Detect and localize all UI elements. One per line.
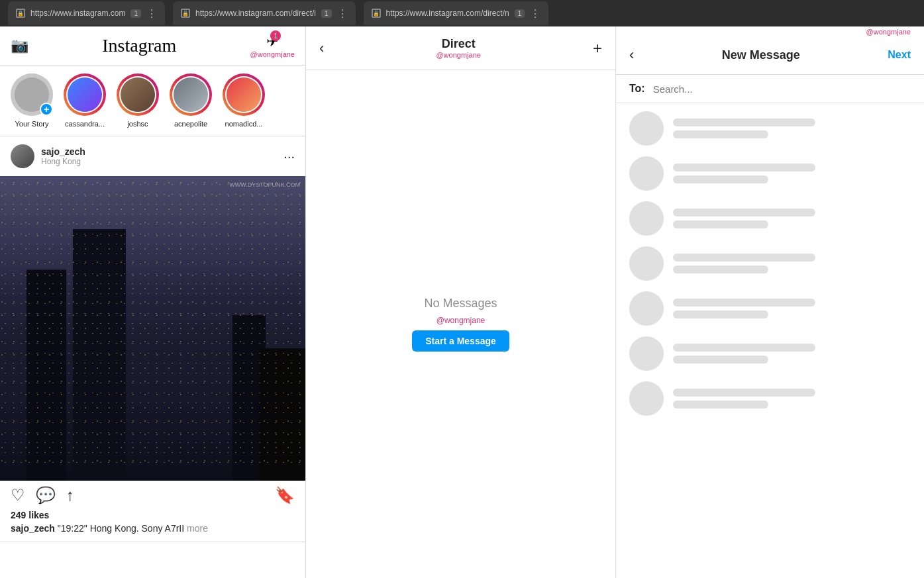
post-likes: 249 likes: [0, 510, 305, 523]
skeleton-avatar-2: [629, 156, 664, 191]
skeleton-avatar-5: [629, 291, 664, 326]
stories-row: + Your Story cassandra...: [0, 66, 305, 136]
post-caption-username[interactable]: sajo_zech: [11, 523, 55, 534]
new-msg-top-username: @wongmjane: [866, 28, 911, 36]
browser-tabs: 🔒 https://www.instagram.com 1 ⋮ 🔒 https:…: [0, 0, 924, 26]
skeleton-item-6: [629, 336, 911, 371]
nomadicd-label: nomadicd...: [225, 120, 263, 128]
post-caption-text: "19:22" Hong Kong. Sony A7rII: [55, 523, 184, 534]
skeleton-line-4a: [673, 254, 815, 262]
skeleton-line-3a: [673, 209, 815, 217]
skeleton-avatar-4: [629, 246, 664, 281]
skeleton-avatar-3: [629, 201, 664, 236]
feed-header: 📷 Instagram ✈ 1 @wongmjane: [0, 26, 305, 66]
add-story-button[interactable]: +: [40, 103, 53, 116]
tab-3-url: https://www.instagram.com/direct/n: [386, 9, 509, 18]
skeleton-item-1: [629, 111, 911, 146]
tab-3-count: 1: [515, 9, 525, 18]
new-msg-title: New Message: [642, 48, 880, 62]
skeleton-lines-4: [673, 254, 911, 273]
like-icon[interactable]: ♡: [11, 486, 25, 505]
skeleton-line-1a: [673, 119, 815, 126]
skeleton-lines-5: [673, 299, 911, 318]
joshsc-label: joshsc: [127, 120, 148, 128]
feed-username: @wongmjane: [250, 50, 295, 58]
tab-1-menu[interactable]: ⋮: [146, 7, 157, 20]
post-user-info: sajo_zech Hong Kong: [41, 146, 277, 166]
new-msg-next-button[interactable]: Next: [888, 49, 911, 61]
tab-2[interactable]: 🔒 https://www.instagram.com/direct/i 1 ⋮: [173, 1, 356, 25]
nomadicd-ring-inner: [225, 76, 262, 113]
direct-panel: ‹ Direct @wongmjane + No Messages @wongm…: [306, 26, 616, 578]
dm-icon-wrap[interactable]: ✈ 1: [266, 33, 278, 50]
start-message-button[interactable]: Start a Message: [412, 330, 509, 352]
skeleton-user-list: [616, 103, 924, 424]
skeleton-line-5b: [673, 311, 768, 318]
direct-header-center: Direct @wongmjane: [436, 37, 480, 59]
cassandra-label: cassandra...: [65, 120, 105, 128]
share-icon[interactable]: ↑: [66, 486, 74, 505]
tab-3[interactable]: 🔒 https://www.instagram.com/direct/n 1 ⋮: [364, 1, 549, 25]
post-username[interactable]: sajo_zech: [41, 146, 277, 157]
tab-2-url: https://www.instagram.com/direct/i: [195, 9, 316, 18]
skeleton-avatar-6: [629, 336, 664, 371]
cassandra-avatar: [68, 77, 102, 112]
skeleton-item-7: [629, 381, 911, 416]
to-row: To:: [616, 75, 924, 103]
story-your-story[interactable]: + Your Story: [11, 73, 53, 128]
skeleton-line-5a: [673, 299, 815, 307]
skeleton-lines-2: [673, 164, 911, 183]
lock-icon-3: 🔒: [372, 9, 381, 18]
new-message-header: ‹ New Message Next: [616, 36, 924, 75]
search-input[interactable]: [653, 83, 911, 95]
tab-1[interactable]: 🔒 https://www.instagram.com 1 ⋮: [8, 1, 165, 25]
post-watermark: WWW.DYSTOPUNK.COM: [229, 181, 300, 188]
dm-badge: 1: [270, 30, 281, 41]
story-nomadicd[interactable]: nomadicd...: [223, 73, 265, 128]
new-msg-top-bar: @wongmjane: [616, 26, 924, 36]
bookmark-icon[interactable]: 🔖: [275, 486, 295, 505]
feed-panel: 📷 Instagram ✈ 1 @wongmjane: [0, 26, 306, 578]
camera-icon[interactable]: 📷: [11, 37, 28, 54]
post-location: Hong Kong: [41, 157, 277, 166]
skeleton-item-2: [629, 156, 911, 191]
comment-icon[interactable]: 💬: [36, 486, 56, 505]
post-caption: sajo_zech "19:22" Hong Kong. Sony A7rII …: [0, 523, 305, 542]
new-msg-back-button[interactable]: ‹: [629, 46, 634, 64]
tab-2-menu[interactable]: ⋮: [337, 7, 348, 20]
tab-1-count: 1: [130, 9, 141, 18]
tab-2-count: 1: [321, 9, 332, 18]
skeleton-item-3: [629, 201, 911, 236]
skeleton-line-7b: [673, 401, 768, 409]
post-caption-more[interactable]: more: [187, 523, 208, 534]
feed-header-right: ✈ 1 @wongmjane: [250, 33, 295, 58]
post-actions: ♡ 💬 ↑ 🔖: [0, 481, 305, 510]
joshsc-avatar: [121, 77, 155, 112]
your-story-label: Your Story: [15, 120, 49, 128]
skeleton-lines-6: [673, 344, 911, 363]
skeleton-line-6a: [673, 344, 815, 352]
no-messages-text: No Messages: [424, 297, 497, 311]
acnepolite-ring: [170, 73, 212, 116]
direct-header: ‹ Direct @wongmjane +: [306, 26, 615, 70]
skeleton-line-6b: [673, 356, 768, 363]
skeleton-lines-1: [673, 119, 911, 138]
cassandra-ring: [64, 73, 106, 116]
story-acnepolite[interactable]: acnepolite: [170, 73, 212, 128]
tab-3-menu[interactable]: ⋮: [530, 7, 540, 20]
skeleton-item-5: [629, 291, 911, 326]
post-avatar[interactable]: [11, 144, 34, 168]
no-messages-username: @wongmjane: [436, 316, 486, 325]
building-windows: [0, 176, 305, 467]
joshsc-ring-inner: [119, 76, 156, 113]
post-more-icon[interactable]: ···: [283, 149, 295, 164]
skeleton-lines-3: [673, 209, 911, 228]
skeleton-line-3b: [673, 220, 768, 228]
to-label: To:: [629, 83, 645, 95]
acnepolite-avatar: [174, 77, 208, 112]
story-joshsc[interactable]: joshsc: [117, 73, 159, 128]
story-cassandra[interactable]: cassandra...: [64, 73, 106, 128]
direct-back-button[interactable]: ‹: [319, 40, 324, 57]
tab-1-url: https://www.instagram.com: [30, 9, 125, 18]
direct-add-button[interactable]: +: [593, 39, 602, 58]
